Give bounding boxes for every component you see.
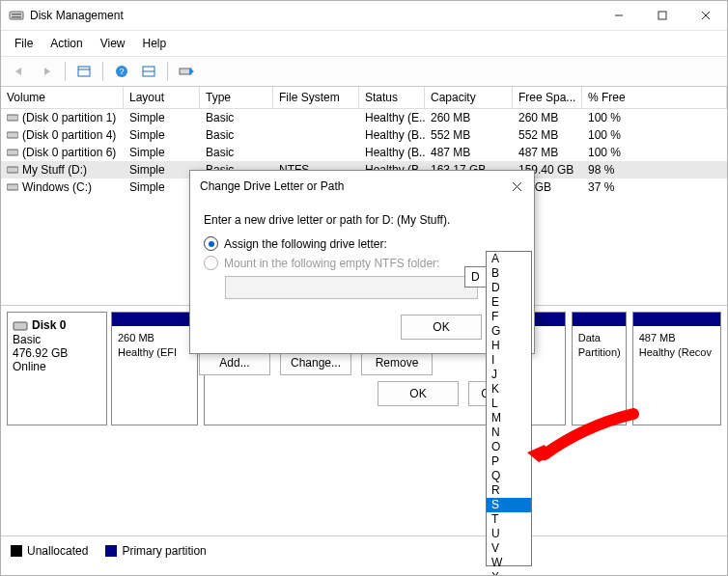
details-view-icon[interactable] <box>71 60 97 83</box>
forward-button <box>34 60 59 83</box>
change-drive-letter-dialog: Change Drive Letter or Path Enter a new … <box>189 170 535 354</box>
menu-action[interactable]: Action <box>42 34 90 53</box>
drive-letter-option[interactable]: K <box>487 382 531 397</box>
drive-letter-option[interactable]: D <box>487 281 531 295</box>
svg-rect-16 <box>7 150 18 155</box>
action-icon[interactable] <box>174 60 199 83</box>
list-view-icon[interactable] <box>136 60 161 83</box>
drive-letter-option[interactable]: O <box>487 440 531 454</box>
col-pctfree[interactable]: % Free <box>582 87 727 108</box>
svg-rect-1 <box>12 14 21 15</box>
mount-folder-radio[interactable] <box>204 256 218 270</box>
svg-rect-15 <box>7 132 18 138</box>
col-volume[interactable]: Volume <box>1 87 124 108</box>
drive-letter-option[interactable]: N <box>487 425 531 440</box>
maximize-button[interactable] <box>640 1 684 30</box>
drive-letter-option[interactable]: I <box>487 353 531 368</box>
dialog-ok-button[interactable]: OK <box>401 315 482 340</box>
dialog-title: Change Drive Letter or Path <box>200 179 509 193</box>
svg-rect-19 <box>14 322 27 330</box>
drive-letter-option[interactable]: E <box>487 295 531 310</box>
mount-folder-input <box>225 276 478 299</box>
drive-letter-option[interactable]: F <box>487 310 531 324</box>
disk-type: Basic <box>13 333 101 346</box>
drive-letter-option[interactable]: Q <box>487 469 531 483</box>
col-layout[interactable]: Layout <box>124 87 200 108</box>
drive-letter-option[interactable]: L <box>487 397 531 411</box>
drive-letter-option[interactable]: H <box>487 339 531 353</box>
disk-info-panel[interactable]: Disk 0 Basic 476.92 GB Online <box>7 312 107 425</box>
drive-letter-option[interactable]: X <box>487 570 531 576</box>
drive-letter-dropdown[interactable]: ABDEFGHIJKLMNOPQRSTUVWXYZ <box>486 251 532 566</box>
drive-letter-option[interactable]: S <box>487 498 531 512</box>
menu-view[interactable]: View <box>93 34 133 53</box>
mount-folder-label: Mount in the following empty NTFS folder… <box>224 257 439 270</box>
app-icon <box>9 8 24 23</box>
disk-size: 476.92 GB <box>13 346 101 360</box>
disk-label: Disk 0 <box>32 318 66 332</box>
col-type[interactable]: Type <box>200 87 273 108</box>
drive-letter-option[interactable]: P <box>487 454 531 469</box>
table-row[interactable]: (Disk 0 partition 1)SimpleBasicHealthy (… <box>1 109 727 126</box>
svg-rect-0 <box>10 12 23 19</box>
minimize-button[interactable] <box>597 1 640 30</box>
drive-letter-option[interactable]: M <box>487 411 531 425</box>
svg-rect-14 <box>7 115 18 121</box>
dialog-close-button[interactable] <box>509 178 524 194</box>
svg-rect-2 <box>12 16 21 18</box>
assign-letter-label: Assign the following drive letter: <box>224 237 387 251</box>
svg-rect-18 <box>7 184 18 190</box>
partition-0[interactable]: 260 MBHealthy (EFI <box>111 312 198 425</box>
drive-letter-option[interactable]: A <box>487 252 531 266</box>
partition-3[interactable]: 487 MBHealthy (Recov <box>632 312 721 425</box>
drive-letter-option[interactable]: W <box>487 556 531 570</box>
col-status[interactable]: Status <box>359 87 425 108</box>
close-button[interactable] <box>684 1 727 30</box>
legend: Unallocated Primary partition <box>1 535 727 565</box>
disk-state: Online <box>13 360 101 373</box>
svg-rect-7 <box>78 67 90 76</box>
drive-letter-option[interactable]: J <box>487 368 531 382</box>
menu-file[interactable]: File <box>7 34 41 53</box>
col-capacity[interactable]: Capacity <box>425 87 513 108</box>
legend-unallocated-swatch <box>11 545 22 557</box>
drive-letter-option[interactable]: T <box>487 512 531 527</box>
window-title: Disk Management <box>30 9 597 22</box>
col-filesystem[interactable]: File System <box>273 87 359 108</box>
dialog-prompt: Enter a new drive letter or path for D: … <box>204 213 520 227</box>
disk-management-window: Disk Management File Action View Help ? … <box>0 0 728 576</box>
drive-letter-selected: D <box>471 270 480 284</box>
back-button <box>7 60 32 83</box>
disk-icon <box>13 319 28 333</box>
assign-letter-radio[interactable] <box>204 236 218 251</box>
drive-letter-option[interactable]: B <box>487 266 531 281</box>
drive-letter-option[interactable]: U <box>487 527 531 541</box>
svg-text:?: ? <box>119 67 124 76</box>
table-row[interactable]: (Disk 0 partition 6)SimpleBasicHealthy (… <box>1 144 727 161</box>
col-freespace[interactable]: Free Spa... <box>513 87 582 108</box>
drive-letter-option[interactable]: G <box>487 324 531 339</box>
parent-ok-button[interactable]: OK <box>378 381 459 406</box>
help-icon[interactable]: ? <box>109 60 134 83</box>
menu-help[interactable]: Help <box>135 34 175 53</box>
titlebar: Disk Management <box>1 1 727 31</box>
toolbar: ? <box>1 57 727 87</box>
volume-grid-header: Volume Layout Type File System Status Ca… <box>1 87 727 109</box>
menubar: File Action View Help <box>1 31 727 57</box>
table-row[interactable]: (Disk 0 partition 4)SimpleBasicHealthy (… <box>1 126 727 144</box>
drive-letter-option[interactable]: V <box>487 541 531 556</box>
svg-rect-4 <box>658 12 666 19</box>
legend-primary-swatch <box>105 545 117 557</box>
svg-rect-17 <box>7 167 18 173</box>
drive-letter-option[interactable]: R <box>487 483 531 498</box>
partition-2[interactable]: Data Partition) <box>572 312 627 425</box>
